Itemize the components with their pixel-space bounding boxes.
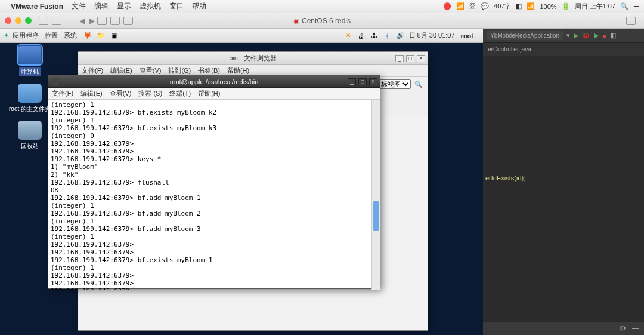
ide-statusbar: ⚙ — (483, 322, 644, 335)
centos-logo-icon[interactable]: ✦ (4, 32, 9, 39)
network-icon[interactable]: 🖧 (370, 31, 379, 41)
dash-icon[interactable]: — (632, 324, 639, 333)
run-config-select[interactable]: YbMobileRedisApplication (487, 31, 563, 40)
close-button[interactable] (5, 17, 11, 24)
terminal-titlebar[interactable]: root@apple:/usr/local/redis/bin _ □ × (48, 76, 380, 88)
status-indicator-icon[interactable]: 🔴 (443, 2, 451, 10)
menu-view[interactable]: 显示 (117, 1, 131, 11)
status-icon[interactable]: ◧ (516, 2, 522, 10)
fb-menu-help[interactable]: 帮助(H) (227, 66, 249, 75)
commit-icon[interactable]: ◧ (610, 32, 616, 39)
terminal-title: root@apple:/usr/local/redis/bin (170, 78, 259, 85)
minimize-button[interactable] (15, 17, 21, 24)
fb-menu-file[interactable]: 文件(F) (82, 66, 103, 75)
desktop-home-icon[interactable]: root 的主文件夹 (6, 84, 54, 113)
terminal-window: root@apple:/usr/local/redis/bin _ □ × 文件… (48, 75, 380, 289)
gear-icon[interactable]: ⚙ (620, 324, 626, 333)
firefox-icon[interactable]: 🦊 (83, 31, 92, 41)
status-clock[interactable]: 周日 上午1:07 (575, 2, 615, 11)
terminal-menubar: 文件(F) 编辑(E) 查看(V) 搜索 (S) 终端(T) 帮助(H) (48, 88, 380, 100)
zoom-icon[interactable]: 🔍 (414, 81, 423, 88)
icon-label: 计算机 (19, 67, 41, 76)
icon-label: root 的主文件夹 (9, 105, 51, 113)
maximize-icon[interactable]: □ (358, 78, 367, 85)
editor-tab[interactable]: erController.java (488, 46, 531, 53)
menu-file[interactable]: 文件 (72, 1, 86, 11)
status-wechat-icon[interactable]: 💬 (481, 2, 489, 10)
close-icon[interactable]: × (369, 78, 377, 85)
gnome-places[interactable]: 位置 (45, 31, 58, 40)
toolbar-icon[interactable] (626, 17, 636, 25)
toolbar-icon[interactable] (97, 17, 107, 25)
status-text: 407字 (494, 2, 511, 11)
status-battery: 100% (540, 3, 556, 10)
term-menu-help[interactable]: 帮助(H) (198, 89, 220, 98)
gnome-system[interactable]: 系统 (64, 31, 77, 40)
guest-desktop: ✦ 应用程序 位置 系统 🦊 📁 ▣ ☀ 🖨 🖧 ᚼ 🔊 日 8月 30 01:… (0, 29, 483, 335)
term-menu-terminal[interactable]: 终端(T) (169, 89, 191, 98)
stop-icon[interactable]: ■ (602, 32, 606, 39)
ide-panel: YbMobileRedisApplication ▾ ▶ 🐞 ▶ ■ ◧ erC… (483, 29, 644, 335)
minimize-icon[interactable]: _ (395, 55, 404, 62)
status-battery-icon[interactable]: 🔋 (562, 2, 570, 10)
run-icon[interactable]: ▶ (574, 32, 578, 39)
term-menu-edit[interactable]: 编辑(E) (80, 89, 103, 98)
desktop-trash-icon[interactable]: 回收站 (6, 121, 54, 150)
code-editor[interactable]: erIdExists(id); (483, 56, 644, 186)
gnome-clock[interactable]: 日 8月 30 01:07 (409, 31, 455, 40)
desktop-computer-icon[interactable]: 计算机 (6, 45, 54, 76)
update-icon[interactable]: ☀ (343, 31, 353, 41)
gnome-applications[interactable]: 应用程序 (13, 31, 39, 40)
vm-title: ◉CentOS 6 redis (293, 17, 351, 25)
file-manager-icon[interactable]: 📁 (96, 31, 106, 41)
toolbar-icon[interactable] (52, 17, 61, 25)
run-dash-icon[interactable]: ▶ (594, 32, 599, 39)
fb-menu-view[interactable]: 查看(V) (140, 66, 162, 75)
bluetooth-icon[interactable]: ᚼ (383, 31, 392, 41)
fb-menu-bookmarks[interactable]: 书签(B) (198, 66, 220, 75)
macos-menubar: VMware Fusion 文件 编辑 显示 虚拟机 窗口 帮助 🔴 📶 囧 💬… (0, 0, 644, 13)
minimize-icon[interactable]: _ (348, 78, 356, 85)
toolbar-icon[interactable] (110, 17, 120, 25)
status-wifi-icon[interactable]: 📶 (527, 2, 535, 10)
terminal-scrollbar[interactable] (371, 100, 380, 290)
fb-menu-go[interactable]: 转到(G) (168, 66, 191, 75)
chevron-down-icon[interactable]: ▾ (566, 32, 570, 39)
notification-icon[interactable]: ☰ (633, 2, 639, 10)
term-menu-view[interactable]: 查看(V) (110, 89, 132, 98)
spotlight-icon[interactable]: 🔍 (620, 2, 628, 10)
term-menu-file[interactable]: 文件(F) (52, 89, 73, 98)
terminal-icon (51, 78, 59, 86)
printer-icon[interactable]: 🖨 (357, 31, 366, 41)
vmware-titlebar: ◀ ▶ ◉CentOS 6 redis (0, 13, 644, 29)
fb-menu-edit[interactable]: 编辑(E) (110, 66, 132, 75)
status-input-icon[interactable]: 囧 (469, 2, 476, 11)
status-network-icon[interactable]: 📶 (456, 2, 465, 10)
icon-label: 回收站 (21, 142, 39, 150)
menu-window[interactable]: 窗口 (169, 1, 184, 11)
menu-help[interactable]: 帮助 (192, 1, 206, 11)
debug-icon[interactable]: 🐞 (582, 32, 590, 39)
gnome-user[interactable]: root (461, 32, 473, 39)
terminal-launcher-icon[interactable]: ▣ (109, 31, 119, 41)
window-controls (5, 17, 32, 24)
file-browser-title: bin - 文件浏览器 (229, 54, 276, 63)
scrollbar-thumb[interactable] (373, 201, 379, 231)
maximize-icon[interactable]: □ (406, 55, 414, 62)
menu-vm[interactable]: 虚拟机 (140, 1, 161, 11)
toolbar-icon[interactable] (39, 17, 48, 25)
file-browser-titlebar[interactable]: bin - 文件浏览器 _ □ × (78, 52, 428, 65)
nav-forward-icon[interactable]: ▶ (89, 17, 95, 25)
maximize-button[interactable] (25, 17, 32, 24)
code-line: erIdExists(id); (485, 174, 525, 182)
close-icon[interactable]: × (417, 55, 425, 62)
nav-back-icon[interactable]: ◀ (79, 17, 85, 25)
terminal-content[interactable]: (integer) 1 192.168.199.142:6379> bf.exi… (48, 100, 371, 290)
menu-edit[interactable]: 编辑 (94, 1, 109, 11)
term-menu-search[interactable]: 搜索 (S) (138, 89, 162, 98)
ide-toolbar: YbMobileRedisApplication ▾ ▶ 🐞 ▶ ■ ◧ (483, 29, 644, 43)
volume-icon[interactable]: 🔊 (396, 31, 405, 41)
ide-tabs: erController.java (483, 43, 644, 56)
app-name[interactable]: VMware Fusion (11, 2, 63, 11)
toolbar-icon[interactable] (123, 17, 133, 25)
